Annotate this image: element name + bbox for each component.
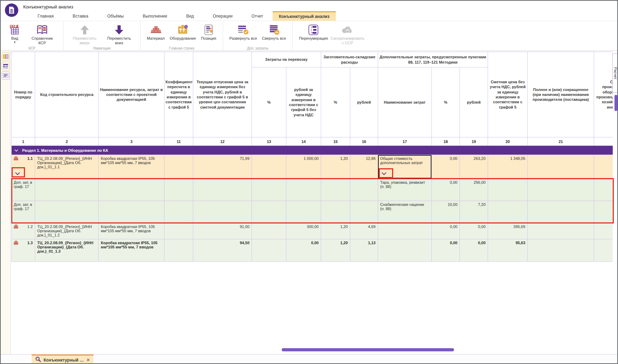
renumber-button[interactable]: 1 2 3 Перенумерация — [298, 23, 329, 41]
grid-cell[interactable]: 1,20 — [321, 239, 350, 262]
grid-cell[interactable] — [164, 201, 193, 223]
grid-cell[interactable] — [594, 179, 613, 201]
grid-cell[interactable]: 256,00 — [460, 179, 488, 201]
grid-cell[interactable] — [321, 201, 350, 223]
cost-name-cell[interactable]: Снабженческие наценки (п. 88) — [378, 201, 432, 223]
tab-insert[interactable]: Вставка — [63, 11, 98, 21]
grid-cell[interactable] — [99, 179, 164, 201]
grid-cell[interactable]: 1,20 — [321, 223, 350, 239]
subrow-label-cell[interactable]: Доп. зат. в граф. 17 — [12, 179, 35, 201]
resource-code-cell[interactable]: ТЦ_20.2.08.09_{Регион}_{ИНН Организации}… — [35, 155, 99, 179]
row-number-cell[interactable]: 1.2 — [12, 223, 35, 239]
grid-view-2-icon[interactable] — [2, 62, 9, 70]
grid-cell[interactable]: 0,00 — [432, 223, 460, 239]
grid-cell[interactable]: 0,00 — [432, 155, 460, 179]
cost-name-cell[interactable]: Тара, упаковка, реквизит (п. 88) — [378, 179, 432, 201]
row-expand-chevron-icon[interactable] — [15, 172, 20, 176]
grid-cell[interactable]: 1 000,00 — [286, 155, 321, 179]
grid-cell[interactable]: 7,20 — [460, 201, 488, 223]
grid-cell[interactable] — [528, 201, 594, 223]
grid-cell[interactable] — [350, 179, 378, 201]
tab-conjuncture-analysis[interactable]: Конъюнктурный анализ — [273, 11, 336, 21]
grid-cell[interactable] — [252, 239, 286, 262]
grid-view-3-icon[interactable] — [2, 71, 9, 80]
tab-calculation[interactable]: Расчет — [612, 53, 618, 93]
resource-code-cell[interactable]: ТЦ_20.2.08.09_{Регион}_{ИНН Организации}… — [35, 223, 99, 239]
price-cell[interactable]: 71,99 — [193, 155, 252, 179]
material-button[interactable]: Материал — [145, 23, 166, 41]
grid-cell[interactable] — [252, 179, 286, 201]
grid-cell[interactable]: 0,00 — [432, 179, 460, 201]
move-up-button[interactable]: Переместить вверх — [69, 23, 101, 46]
grid-cell[interactable] — [378, 223, 432, 239]
grid-cell[interactable]: 263,20 — [460, 155, 488, 179]
resource-name-cell[interactable]: Коробка квадратная IP55, 105 мм*105 мм*5… — [99, 239, 164, 262]
selected-cost-name-cell[interactable]: Общая стоимость дополнительных затрат — [378, 155, 432, 179]
grid-cell[interactable] — [286, 179, 321, 201]
grid-cell[interactable] — [286, 201, 321, 223]
view-button[interactable]: Вид ▼ — [6, 23, 24, 45]
grid-cell[interactable] — [164, 239, 193, 262]
ksr-reference-button[interactable]: Справочник КСР — [26, 23, 58, 46]
grid-cell[interactable]: 4,69 — [350, 223, 378, 239]
grid-cell[interactable]: 1,13 — [350, 239, 378, 262]
vertical-scrollbar-thumb[interactable] — [614, 95, 617, 111]
grid-cell[interactable] — [99, 201, 164, 223]
grid-cell[interactable]: 12,86 — [350, 155, 378, 179]
grid-cell[interactable] — [528, 223, 594, 239]
expand-all-button[interactable]: Развернуть все — [228, 23, 259, 41]
grid-cell[interactable]: 0,00 — [460, 239, 488, 262]
row-number-cell[interactable]: 1.1 — [12, 155, 35, 179]
grid-cell[interactable] — [164, 155, 193, 179]
grid-cell[interactable] — [594, 239, 613, 262]
grid-cell[interactable] — [35, 201, 99, 223]
grid-cell[interactable] — [594, 155, 613, 179]
grid-cell[interactable]: 300,00 — [286, 223, 321, 239]
grid-cell[interactable]: 0,00 — [460, 223, 488, 239]
subrow-label-cell[interactable]: Доп. зат. в граф. 17 — [12, 201, 35, 223]
grid-cell[interactable]: 95,63 — [488, 239, 528, 262]
close-icon[interactable]: ✕ — [86, 357, 90, 363]
grid-cell[interactable] — [378, 239, 432, 262]
grid-cell[interactable] — [252, 223, 286, 239]
grid-cell[interactable] — [350, 201, 378, 223]
move-down-button[interactable]: Переместить вниз — [103, 23, 135, 46]
resource-code-cell[interactable]: ТЦ_20.2.08.09_{Регион}_{ИНН Организации}… — [35, 239, 99, 262]
grid-cell[interactable] — [594, 201, 613, 223]
equipment-button[interactable]: Оборудование — [168, 23, 197, 41]
grid-cell[interactable]: 0,00 — [286, 239, 321, 262]
tab-operations[interactable]: Операции — [203, 11, 242, 21]
grid-cell[interactable] — [594, 223, 613, 239]
grid-cell[interactable]: 0,00 — [432, 239, 460, 262]
document-tab-conjuncture[interactable]: Конъюнктурный … ✕ — [32, 355, 93, 364]
grid-cell[interactable] — [193, 179, 252, 201]
tab-report[interactable]: Отчет — [242, 11, 273, 21]
grid-cell[interactable] — [164, 179, 193, 201]
collapse-all-button[interactable]: Свернуть все — [261, 23, 288, 41]
cost-expand-chevron-icon[interactable] — [381, 172, 387, 176]
position-button[interactable]: Позиция — [200, 23, 218, 41]
grid-cell[interactable] — [252, 201, 286, 223]
grid-cell[interactable] — [528, 179, 594, 201]
section-row[interactable]: Раздел 1. Материалы и Оборудование по КА — [12, 146, 613, 155]
horizontal-scrollbar-thumb[interactable] — [282, 348, 454, 351]
resource-name-cell[interactable]: Коробка квадратная IP55, 105 мм*105 мм*5… — [99, 155, 164, 179]
price-cell[interactable]: 94,50 — [193, 239, 252, 262]
row-number-cell[interactable]: 1.3 — [12, 239, 35, 262]
grid-cell[interactable] — [252, 155, 286, 179]
tab-view[interactable]: Вид — [177, 11, 203, 21]
grid-cell[interactable]: 1,20 — [321, 155, 350, 179]
grid-cell[interactable] — [528, 239, 594, 262]
sync-ssr-button[interactable]: Синхронизировать с ССР — [331, 23, 364, 46]
grid-cell[interactable] — [321, 179, 350, 201]
tab-home[interactable]: Главная — [28, 11, 63, 21]
grid-cell[interactable] — [164, 223, 193, 239]
grid-cell[interactable]: 10,00 — [432, 201, 460, 223]
price-cell[interactable]: 91,00 — [193, 223, 252, 239]
grid-cell[interactable]: 1 348,05 — [488, 155, 528, 179]
tab-volumes[interactable]: Объёмы — [98, 11, 133, 21]
grid-view-1-icon[interactable] — [2, 52, 9, 61]
resource-name-cell[interactable]: Коробка квадратная IP55, 105 мм*105 мм*5… — [99, 223, 164, 239]
grid-cell[interactable] — [35, 179, 99, 201]
grid-cell[interactable] — [193, 201, 252, 223]
